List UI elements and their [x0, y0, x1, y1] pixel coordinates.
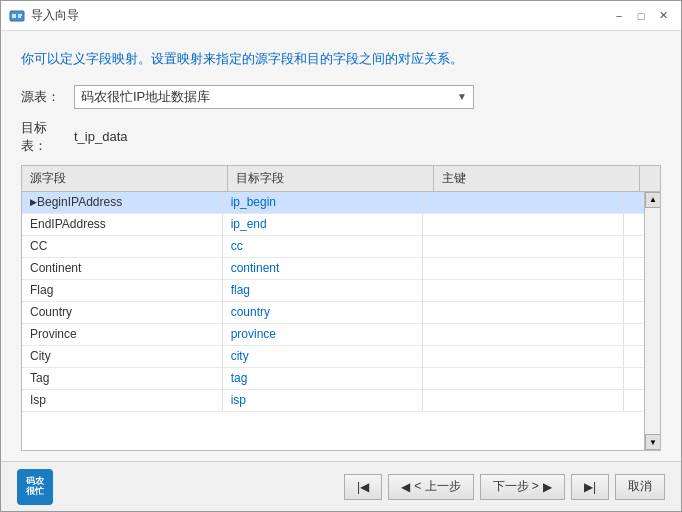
table-row[interactable]: Tagtag [22, 368, 644, 390]
source-table-row: 源表： 码农很忙IP地址数据库 ▼ [21, 85, 661, 109]
source-dropdown-value: 码农很忙IP地址数据库 [81, 88, 457, 106]
prev-icon: ◀ [401, 480, 410, 494]
target-field-cell: tag [223, 368, 424, 389]
primary-key-cell [423, 280, 624, 301]
primary-key-cell [423, 192, 624, 213]
table-row[interactable]: ▶ BeginIPAddressip_begin [22, 192, 644, 214]
window-title: 导入向导 [31, 7, 609, 24]
target-field-cell: isp [223, 390, 424, 411]
source-field-value: Isp [30, 393, 46, 407]
table-row[interactable]: Ispisp [22, 390, 644, 412]
source-field-cell: CC [22, 236, 223, 257]
target-field-cell: country [223, 302, 424, 323]
primary-key-cell [423, 324, 624, 345]
source-field-cell: Province [22, 324, 223, 345]
primary-key-cell [423, 236, 624, 257]
maximize-button[interactable]: □ [631, 7, 651, 25]
source-field-cell: Continent [22, 258, 223, 279]
svg-rect-1 [12, 14, 16, 18]
close-button[interactable]: ✕ [653, 7, 673, 25]
primary-key-cell [423, 214, 624, 235]
scroll-up-button[interactable]: ▲ [645, 192, 660, 208]
primary-key-cell [423, 346, 624, 367]
source-field-value: Continent [30, 261, 81, 275]
description-text: 你可以定义字段映射。设置映射来指定的源字段和目的字段之间的对应关系。 [21, 49, 661, 69]
table-row[interactable]: Citycity [22, 346, 644, 368]
table-row[interactable]: Continentcontinent [22, 258, 644, 280]
field-mapping-table: 源字段 目标字段 主键 ▶ BeginIPAddressip_beginEndI… [21, 165, 661, 452]
source-field-value: City [30, 349, 51, 363]
logo-icon: 码农很忙 [17, 469, 53, 505]
source-field-cell: Country [22, 302, 223, 323]
source-field-cell: Tag [22, 368, 223, 389]
target-field-cell: ip_end [223, 214, 424, 235]
source-field-cell: Isp [22, 390, 223, 411]
source-field-value: CC [30, 239, 47, 253]
target-field-cell: ip_begin [223, 192, 424, 213]
source-field-value: Province [30, 327, 77, 341]
target-field-cell: flag [223, 280, 424, 301]
title-bar: 导入向导 − □ ✕ [1, 1, 681, 31]
source-field-cell: City [22, 346, 223, 367]
prev-label: < 上一步 [414, 478, 460, 495]
primary-key-cell [423, 390, 624, 411]
source-field-cell: ▶ BeginIPAddress [22, 192, 223, 213]
target-field-cell: province [223, 324, 424, 345]
col-scroll-placeholder [640, 166, 660, 191]
target-label: 目标表： [21, 119, 66, 155]
table-body-wrapper: ▶ BeginIPAddressip_beginEndIPAddressip_e… [22, 192, 660, 451]
col-primary-key: 主键 [434, 166, 640, 191]
source-field-value: EndIPAddress [30, 217, 106, 231]
primary-key-cell [423, 258, 624, 279]
table-row[interactable]: EndIPAddressip_end [22, 214, 644, 236]
source-field-value: BeginIPAddress [37, 195, 122, 209]
table-row[interactable]: Provinceprovince [22, 324, 644, 346]
source-label: 源表： [21, 88, 66, 106]
next-label: 下一步 > [493, 478, 539, 495]
source-field-cell: Flag [22, 280, 223, 301]
source-dropdown[interactable]: 码农很忙IP地址数据库 ▼ [74, 85, 474, 109]
content-area: 你可以定义字段映射。设置映射来指定的源字段和目的字段之间的对应关系。 源表： 码… [1, 31, 681, 461]
scrollbar[interactable]: ▲ ▼ [644, 192, 660, 451]
footer: 码农很忙 |◀ ◀ < 上一步 下一步 > ▶ ▶| 取消 [1, 461, 681, 511]
table-body[interactable]: ▶ BeginIPAddressip_beginEndIPAddressip_e… [22, 192, 644, 451]
target-table-row: 目标表： t_ip_data [21, 119, 661, 155]
minimize-button[interactable]: − [609, 7, 629, 25]
brand-logo: 码农很忙 [17, 469, 53, 505]
source-field-value: Tag [30, 371, 49, 385]
next-icon: ▶ [543, 480, 552, 494]
dropdown-arrow-icon: ▼ [457, 91, 467, 102]
primary-key-cell [423, 368, 624, 389]
primary-key-cell [423, 302, 624, 323]
target-field-cell: cc [223, 236, 424, 257]
row-selection-indicator: ▶ [30, 197, 37, 207]
source-field-value: Flag [30, 283, 53, 297]
scrollbar-track[interactable] [645, 208, 660, 435]
source-field-value: Country [30, 305, 72, 319]
prev-button[interactable]: ◀ < 上一步 [388, 474, 473, 500]
target-field-cell: city [223, 346, 424, 367]
table-row[interactable]: Countrycountry [22, 302, 644, 324]
scroll-down-button[interactable]: ▼ [645, 434, 660, 450]
next-button[interactable]: 下一步 > ▶ [480, 474, 565, 500]
window-icon [9, 8, 25, 24]
first-icon: |◀ [357, 480, 369, 494]
footer-logo: 码农很忙 [17, 469, 338, 505]
cancel-button[interactable]: 取消 [615, 474, 665, 500]
source-field-cell: EndIPAddress [22, 214, 223, 235]
table-row[interactable]: CCcc [22, 236, 644, 258]
target-field-cell: continent [223, 258, 424, 279]
target-value: t_ip_data [74, 129, 128, 144]
window-controls: − □ ✕ [609, 7, 673, 25]
first-button[interactable]: |◀ [344, 474, 382, 500]
last-icon: ▶| [584, 480, 596, 494]
col-target-field: 目标字段 [228, 166, 434, 191]
last-button[interactable]: ▶| [571, 474, 609, 500]
import-wizard-window: 导入向导 − □ ✕ 你可以定义字段映射。设置映射来指定的源字段和目的字段之间的… [0, 0, 682, 512]
col-source-field: 源字段 [22, 166, 228, 191]
table-header: 源字段 目标字段 主键 [22, 166, 660, 192]
table-row[interactable]: Flagflag [22, 280, 644, 302]
